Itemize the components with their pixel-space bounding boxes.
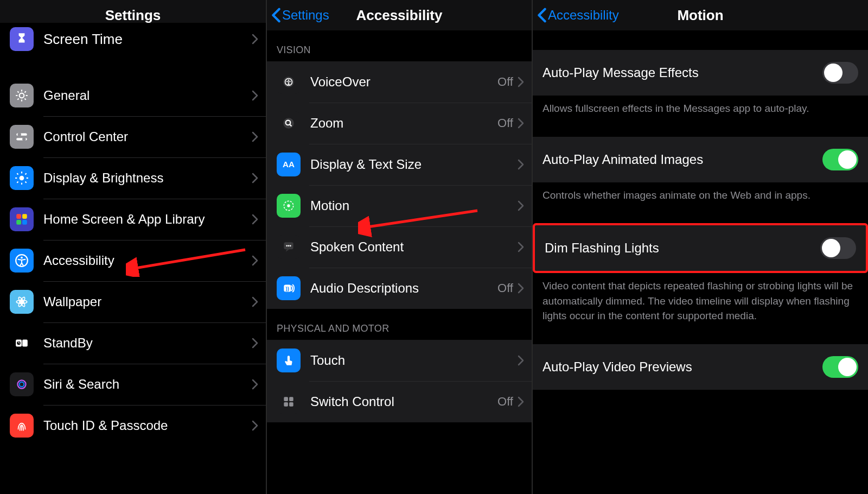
chevron-right-icon [252, 214, 258, 225]
toggle-switch[interactable] [822, 356, 858, 378]
chevron-right-icon [252, 296, 258, 307]
aa-icon: AA [277, 153, 301, 176]
accessibility-row[interactable]: ))Audio DescriptionsOff [267, 268, 532, 309]
toggle-label: Auto-Play Animated Images [542, 152, 822, 167]
toggle-switch[interactable] [822, 149, 858, 170]
svg-point-4 [22, 137, 26, 141]
chevron-right-icon [518, 355, 524, 366]
back-button[interactable]: Settings [271, 0, 329, 30]
list-item-label: Siri & Search [43, 377, 252, 392]
settings-row[interactable]: Home Screen & App Library [0, 199, 266, 240]
svg-point-44 [286, 245, 288, 246]
settings-row[interactable]: Siri & Search [0, 364, 266, 405]
toggle-row: Auto-Play Message Effects [533, 50, 868, 96]
svg-point-36 [288, 79, 290, 81]
svg-rect-52 [289, 402, 293, 407]
list-item-label: Display & Text Size [310, 157, 518, 172]
chevron-right-icon [518, 283, 524, 294]
audiodesc-icon: )) [277, 276, 301, 300]
nav-bar: Settings Accessibility [267, 0, 532, 30]
chevron-right-icon [252, 338, 258, 349]
settings-row[interactable]: Wallpaper [0, 281, 266, 322]
touch-icon [277, 349, 301, 372]
accessibility-row[interactable]: Touch [267, 340, 532, 381]
list-item-detail: Off [497, 75, 513, 89]
svg-rect-25 [22, 340, 28, 347]
list-item-label: VoiceOver [310, 74, 497, 90]
accessibility-icon [10, 249, 34, 273]
back-button[interactable]: Accessibility [537, 0, 619, 30]
hourglass-icon [10, 27, 34, 51]
section-footer: Allows fullscreen effects in the Message… [533, 96, 868, 126]
grid-color-icon [10, 207, 34, 231]
svg-point-3 [17, 132, 21, 136]
accessibility-row[interactable]: ZoomOff [267, 103, 532, 144]
settings-row[interactable]: Display & Brightness [0, 157, 266, 199]
svg-rect-15 [22, 214, 27, 219]
svg-rect-50 [289, 397, 293, 401]
settings-row[interactable]: General [0, 75, 266, 116]
list-item-label: Switch Control [310, 394, 497, 409]
sun-icon [10, 166, 34, 190]
svg-line-11 [25, 182, 27, 183]
chevron-right-icon [252, 379, 258, 390]
list-item-label: Spoken Content [310, 239, 518, 255]
back-label: Accessibility [548, 8, 619, 23]
flower-icon [10, 290, 34, 314]
section-header-physical: PHYSICAL AND MOTOR [267, 309, 532, 340]
chevron-right-icon [252, 420, 258, 431]
settings-row[interactable]: Control Center [0, 116, 266, 157]
toggle-switch[interactable] [822, 62, 858, 84]
list-item-label: Motion [310, 198, 518, 213]
list-item-label: Accessibility [43, 253, 252, 268]
svg-text:AA: AA [283, 160, 295, 169]
accessibility-row[interactable]: Spoken Content [267, 226, 532, 268]
accessibility-row[interactable]: Motion [267, 185, 532, 226]
list-item-label: Touch ID & Passcode [43, 418, 252, 433]
chevron-right-icon [518, 200, 524, 211]
list-item-label: Touch [310, 353, 518, 368]
chevron-right-icon [252, 90, 258, 101]
chevron-right-icon [252, 255, 258, 266]
settings-row[interactable]: Touch ID & Passcode [0, 405, 266, 446]
toggle-label: Auto-Play Message Effects [542, 65, 822, 80]
chevron-right-icon [252, 173, 258, 183]
svg-text:)): )) [286, 286, 290, 292]
list-item-detail: Off [497, 281, 513, 295]
svg-point-42 [287, 204, 290, 207]
chevron-right-icon [518, 396, 524, 407]
settings-row[interactable]: StandBy [0, 322, 266, 364]
chevron-right-icon [518, 242, 524, 252]
svg-line-13 [25, 173, 27, 174]
settings-row[interactable]: Accessibility [0, 240, 266, 281]
list-item-label: Control Center [43, 129, 252, 144]
list-item-detail: Off [497, 116, 513, 130]
list-item-label: Audio Descriptions [310, 281, 497, 296]
svg-line-10 [17, 173, 18, 174]
siri-icon [10, 372, 34, 396]
page-title: Motion [677, 7, 723, 24]
toggle-row: Auto-Play Animated Images [533, 137, 868, 182]
chevron-right-icon [518, 118, 524, 129]
list-item-label[interactable]: Screen Time [43, 31, 252, 48]
page-title: Settings [105, 7, 161, 24]
toggle-switch[interactable] [820, 237, 856, 259]
list-item-label: Zoom [310, 116, 497, 131]
chevron-right-icon [252, 131, 258, 142]
list-item-detail: Off [497, 395, 513, 409]
accessibility-pane: Settings Accessibility VISION VoiceOverO… [266, 0, 532, 494]
svg-rect-49 [284, 397, 288, 401]
switchcontrol-icon [277, 390, 301, 414]
list-item-label: General [43, 88, 252, 103]
accessibility-row[interactable]: VoiceOverOff [267, 61, 532, 103]
list-item-label: Home Screen & App Library [43, 212, 252, 227]
list-item-label: Display & Brightness [43, 170, 252, 186]
chevron-right-icon [518, 159, 524, 170]
accessibility-row[interactable]: AADisplay & Text Size [267, 144, 532, 185]
accessibility-row[interactable]: Switch ControlOff [267, 381, 532, 422]
svg-point-19 [21, 257, 23, 259]
svg-point-5 [20, 176, 24, 181]
settings-pane: Settings Screen Time GeneralControl Cent… [0, 0, 266, 494]
svg-rect-16 [16, 220, 21, 225]
chevron-right-icon [518, 77, 524, 87]
